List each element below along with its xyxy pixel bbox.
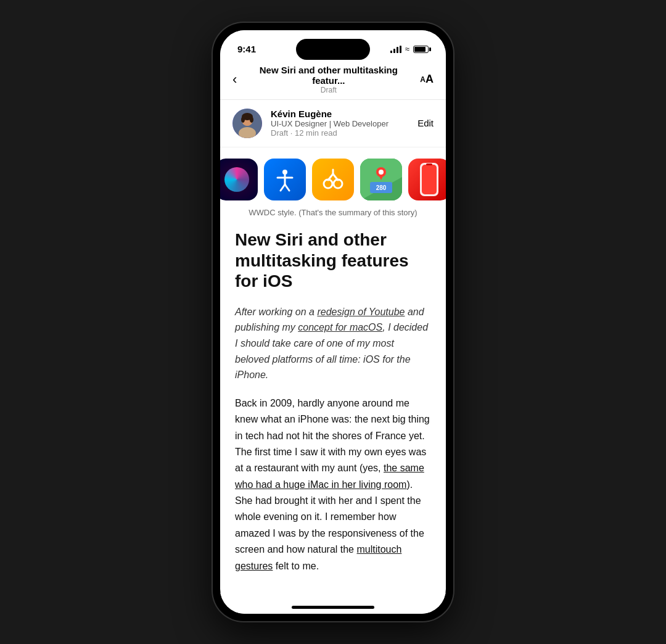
- svg-point-23: [379, 170, 384, 175]
- nav-subtitle: Draft: [244, 86, 413, 94]
- multitouch-link[interactable]: multitouch gestures: [235, 544, 401, 571]
- status-bar: 9:41 ≈: [220, 30, 446, 60]
- app-icons-row: 280: [220, 159, 446, 200]
- app-icons-section: 280 WWDC style. (That's the summary of: [220, 147, 446, 223]
- author-role: UI-UX Designer | Web Developer: [271, 119, 409, 128]
- siri-orb: [224, 167, 249, 192]
- edit-button[interactable]: Edit: [417, 118, 434, 128]
- macos-link[interactable]: concept for macOS: [298, 322, 382, 332]
- nav-title: New Siri and other multitasking featur..…: [244, 65, 413, 86]
- maps-icon: 280: [360, 159, 402, 200]
- iphone-red-icon: [408, 159, 446, 200]
- svg-line-10: [281, 184, 285, 191]
- phone-screen: 9:41 ≈ ‹ New Siri and other multitas: [220, 30, 446, 614]
- home-indicator: [292, 606, 374, 609]
- svg-point-6: [250, 117, 253, 123]
- imac-link[interactable]: the same who had a huge iMac in her livi…: [235, 463, 424, 489]
- back-button[interactable]: ‹: [232, 72, 237, 88]
- article-intro: After working on a redesign of Youtube a…: [235, 304, 431, 383]
- siri-icon: [220, 159, 258, 200]
- svg-line-11: [285, 184, 289, 191]
- font-size-button[interactable]: A A: [420, 73, 434, 86]
- author-meta: Draft · 12 min read: [271, 128, 409, 138]
- author-name: Kévin Eugène: [271, 109, 409, 119]
- signal-icon: [390, 46, 401, 53]
- article-content: New Siri and other multitasking features…: [220, 223, 446, 593]
- svg-rect-26: [426, 163, 432, 165]
- nav-bar: ‹ New Siri and other multitasking featur…: [220, 60, 446, 100]
- svg-point-5: [241, 117, 245, 123]
- svg-text:280: 280: [376, 184, 387, 191]
- battery-fill: [414, 47, 426, 52]
- battery-icon: [413, 46, 429, 53]
- article-body: Back in 2009, hardly anyone around me kn…: [235, 395, 431, 574]
- icons-caption: WWDC style. (That's the summary of this …: [249, 208, 417, 217]
- phone-frame: 9:41 ≈ ‹ New Siri and other multitas: [213, 23, 453, 621]
- status-time: 9:41: [237, 44, 256, 54]
- accessibility-icon: [264, 159, 306, 200]
- status-icons: ≈: [390, 44, 429, 54]
- font-size-large-label: A: [426, 73, 434, 86]
- wifi-icon: ≈: [405, 44, 409, 54]
- author-info: Kévin Eugène UI-UX Designer | Web Develo…: [271, 109, 409, 138]
- youtube-link[interactable]: redesign of Youtube: [317, 307, 405, 317]
- font-size-small-label: A: [420, 75, 426, 84]
- dynamic-island: [296, 39, 370, 60]
- nav-title-group: New Siri and other multitasking featur..…: [244, 65, 413, 94]
- scissors-icon: [312, 159, 354, 200]
- avatar: [232, 109, 262, 138]
- screen-bottom: [220, 593, 446, 614]
- author-section: Kévin Eugène UI-UX Designer | Web Develo…: [220, 100, 446, 147]
- svg-rect-25: [422, 165, 437, 194]
- article-title: New Siri and other multitasking features…: [235, 229, 431, 292]
